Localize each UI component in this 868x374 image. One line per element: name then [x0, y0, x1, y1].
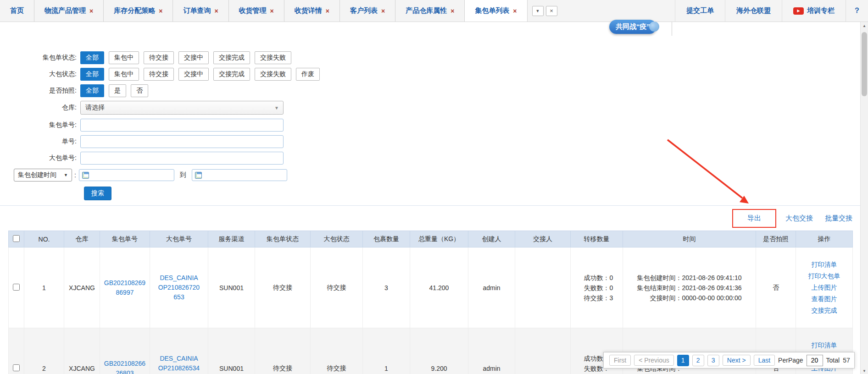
bundle-no-filter: 集包单号:	[0, 119, 868, 131]
bundle-status-option-handing-over[interactable]: 交接中	[178, 51, 209, 64]
bag-no-input[interactable]	[80, 152, 284, 165]
export-highlight-box: 导出	[732, 209, 776, 228]
header-service-channel: 服务渠道	[208, 231, 255, 248]
order-no-input[interactable]	[80, 135, 284, 148]
close-icon[interactable]: ×	[381, 7, 385, 15]
print-bag-form-link[interactable]: 打印大包单	[798, 270, 851, 282]
warehouse-select[interactable]: 请选择 ▼	[80, 101, 284, 115]
pagination-first-button[interactable]: First	[609, 355, 631, 366]
close-icon[interactable]: ×	[89, 7, 93, 15]
pagination-page-1[interactable]: 1	[677, 355, 689, 366]
print-list-link[interactable]: 打印清单	[798, 259, 851, 270]
close-icon[interactable]: ×	[270, 7, 274, 15]
close-icon[interactable]: ×	[451, 7, 454, 15]
colon-separator: :	[74, 171, 76, 179]
close-icon[interactable]: ×	[214, 7, 218, 15]
bag-status-option-bundling[interactable]: 集包中	[109, 68, 139, 81]
calendar-icon[interactable]	[82, 172, 89, 179]
filter-panel: 集包单状态: 全部 集包中 待交接 交接中 交接完成 交接失败 大包状态: 全部…	[0, 22, 868, 199]
header-transfer-qty: 转移数量	[571, 231, 623, 248]
bundle-status-option-handover-complete[interactable]: 交接完成	[213, 51, 250, 64]
pagination-prev-button[interactable]: < Previous	[634, 355, 674, 366]
select-all-checkbox[interactable]	[13, 235, 20, 242]
tab-inventory-allocation-strategy[interactable]: 库存分配策略 ×	[104, 0, 173, 22]
date-from-input[interactable]	[79, 169, 174, 181]
tab-label: 集包单列表	[475, 6, 509, 15]
tab-product-warehouse-attributes[interactable]: 产品仓库属性 ×	[395, 0, 465, 22]
export-button[interactable]: 导出	[747, 214, 761, 222]
per-page-input[interactable]	[807, 355, 823, 366]
photo-option-yes[interactable]: 是	[109, 84, 126, 97]
tab-home[interactable]: 首页	[0, 0, 34, 22]
bundle-status-option-bundling[interactable]: 集包中	[109, 51, 139, 64]
handover-complete-link[interactable]: 交接完成	[798, 305, 851, 316]
close-icon[interactable]: ×	[513, 7, 517, 15]
bundle-no-link[interactable]: GB20210826626803	[103, 359, 146, 374]
scroll-down-icon[interactable]: ▼	[861, 368, 868, 374]
tab-order-query[interactable]: 订单查询 ×	[173, 0, 228, 22]
bundle-no-link[interactable]: GB20210826986997	[103, 278, 146, 297]
help-icon[interactable]: ？	[846, 0, 868, 22]
tab-list-dropdown-icon[interactable]: ▼	[532, 6, 544, 16]
chevron-down-icon: ▼	[274, 105, 279, 110]
bag-no-link[interactable]: DES_CAINIA OP210826534684	[157, 354, 200, 374]
photo-option-no[interactable]: 否	[131, 84, 148, 97]
time-type-select[interactable]: 集包创建时间 ▼	[14, 169, 72, 182]
header-divider	[672, 22, 672, 36]
cell-bag-status: 待交接	[311, 328, 363, 374]
pagination-page-2[interactable]: 2	[692, 355, 704, 366]
bundle-status-label: 集包单状态:	[0, 54, 80, 62]
calendar-icon[interactable]	[195, 172, 202, 179]
search-row: 搜索	[84, 187, 868, 199]
cell-total-weight: 41.200	[410, 248, 468, 328]
vertical-scrollbar[interactable]: ▲ ▼	[860, 22, 868, 374]
search-button[interactable]: 搜索	[84, 187, 111, 200]
date-to-input[interactable]	[192, 169, 287, 181]
row-checkbox[interactable]	[13, 364, 20, 371]
upload-image-link[interactable]: 上传图片	[798, 282, 851, 293]
cell-bundle-status: 待交接	[255, 248, 311, 328]
bundle-no-input[interactable]	[80, 119, 284, 132]
scrollbar-thumb[interactable]	[862, 32, 867, 96]
bag-status-option-handover-complete[interactable]: 交接完成	[213, 68, 250, 81]
tab-receiving-detail[interactable]: 收货详情 ×	[284, 0, 340, 22]
pagination-page-3[interactable]: 3	[707, 355, 719, 366]
tab-customer-list[interactable]: 客户列表 ×	[340, 0, 395, 22]
bag-no-link[interactable]: DES_CAINIA OP210826720653	[157, 273, 200, 302]
overseas-alliance-link[interactable]: 海外仓联盟	[725, 0, 782, 22]
header-total-weight: 总重量（KG）	[410, 231, 468, 248]
header-warehouse: 仓库	[64, 231, 100, 248]
bag-status-option-voided[interactable]: 作废	[296, 68, 320, 81]
tab-label: 收货管理	[239, 6, 267, 15]
pagination-next-button[interactable]: Next >	[723, 355, 751, 366]
header-bundle-status: 集包单状态	[255, 231, 311, 248]
bundle-status-option-all[interactable]: 全部	[80, 51, 104, 64]
training-column-link[interactable]: ▶ 培训专栏	[782, 0, 846, 22]
bag-status-option-all[interactable]: 全部	[80, 68, 104, 81]
close-tab-icon[interactable]: ×	[546, 6, 557, 16]
tab-label: 客户列表	[350, 6, 378, 15]
view-image-link[interactable]: 查看图片	[798, 293, 851, 305]
cell-creator: admin	[468, 328, 515, 374]
close-icon[interactable]: ×	[159, 7, 162, 15]
bag-status-option-handing-over[interactable]: 交接中	[178, 68, 209, 81]
row-checkbox[interactable]	[13, 284, 20, 291]
close-icon[interactable]: ×	[326, 7, 329, 15]
header-no: NO.	[24, 231, 64, 248]
tab-receiving-management[interactable]: 收货管理 ×	[229, 0, 284, 22]
pagination-last-button[interactable]: Last	[754, 355, 775, 366]
batch-handover-button[interactable]: 批量交接	[825, 214, 852, 223]
submit-ticket-link[interactable]: 提交工单	[675, 0, 725, 22]
bag-status-option-handover-failed[interactable]: 交接失败	[255, 68, 291, 81]
campaign-badge: 共同战“疫”	[609, 20, 657, 34]
bundle-status-option-pending-handover[interactable]: 待交接	[144, 51, 174, 64]
print-list-link[interactable]: 打印清单	[798, 340, 851, 351]
photo-option-all[interactable]: 全部	[80, 84, 104, 97]
tab-logistics-product-management[interactable]: 物流产品管理 ×	[34, 0, 104, 22]
tab-bundle-list[interactable]: 集包单列表 ×	[465, 0, 527, 22]
scroll-up-icon[interactable]: ▲	[861, 22, 868, 29]
bag-handover-button[interactable]: 大包交接	[785, 214, 813, 223]
date-range-filter: 集包创建时间 ▼ : 到	[0, 168, 868, 182]
bag-status-option-pending-handover[interactable]: 待交接	[144, 68, 174, 81]
bundle-status-option-handover-failed[interactable]: 交接失败	[255, 51, 291, 64]
